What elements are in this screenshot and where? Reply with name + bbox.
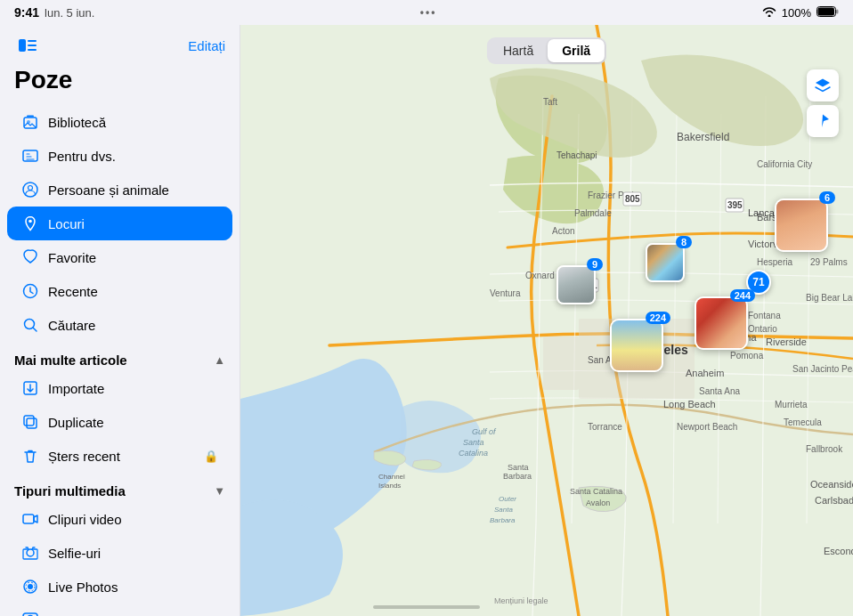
battery-display: 100%	[782, 6, 811, 20]
svg-text:Torrance: Torrance	[588, 422, 622, 432]
trash-icon	[21, 447, 39, 465]
svg-text:Santa: Santa	[463, 438, 484, 447]
cluster-dog[interactable]: 9	[556, 265, 596, 304]
cluster-photo-dog	[556, 265, 596, 304]
cluster-badge-4: 224	[646, 312, 670, 324]
svg-text:Pomona: Pomona	[730, 351, 764, 361]
time-display: 9:41	[14, 5, 39, 20]
svg-rect-6	[28, 49, 37, 51]
video-icon	[21, 510, 39, 528]
cluster-badge-5: 244	[730, 289, 755, 302]
svg-text:Big Bear Lake: Big Bear Lake	[806, 293, 853, 303]
sidebar-item-recente[interactable]: Recente	[7, 274, 232, 308]
svg-text:Temecula: Temecula	[784, 417, 822, 427]
location-button[interactable]	[807, 105, 839, 137]
svg-text:Tehachapi: Tehachapi	[556, 150, 597, 160]
cluster-badge: 9	[587, 258, 603, 271]
sidebar-item-cautare[interactable]: Căutare	[7, 308, 232, 342]
cluster-landscape[interactable]: 8	[646, 243, 685, 282]
svg-text:Barbara: Barbara	[490, 516, 516, 524]
svg-text:Santa: Santa	[494, 506, 513, 514]
svg-point-12	[28, 186, 33, 190]
sidebar-item-importate[interactable]: Importate	[7, 371, 232, 405]
media-section-header[interactable]: Tipuri multimedia ▼	[0, 473, 240, 502]
svg-text:Escondido: Escondido	[824, 546, 853, 556]
svg-point-13	[28, 220, 32, 223]
svg-text:Santa Catalina: Santa Catalina	[570, 487, 622, 496]
svg-text:Bakersfield: Bakersfield	[677, 131, 729, 143]
svg-text:Outer: Outer	[499, 495, 516, 503]
map-layers-button[interactable]	[807, 69, 839, 101]
edit-button[interactable]: Editați	[188, 38, 225, 53]
selfie-icon	[21, 544, 39, 562]
map-svg: Bakersfield California City Taft Tehacha…	[240, 25, 853, 616]
sidebar: Editați Poze Bibliotecă	[0, 25, 240, 616]
harta-button[interactable]: Hartă	[489, 39, 548, 62]
svg-text:Ontario: Ontario	[748, 324, 777, 334]
sidebar-item-label: Șters recent	[48, 449, 120, 464]
sidebar-item-label: Favorite	[48, 250, 96, 265]
svg-text:29 Palms: 29 Palms	[810, 257, 848, 267]
svg-text:Hesperia: Hesperia	[757, 257, 792, 267]
svg-text:Newport Beach: Newport Beach	[677, 422, 737, 432]
sidebar-item-label: Bibliotecă	[48, 115, 106, 130]
clock-icon	[21, 282, 39, 300]
svg-text:Channel: Channel	[378, 473, 405, 481]
cluster-portrait[interactable]: 6	[775, 199, 828, 252]
sidebar-item-pentru-dvs[interactable]: Pentru dvs.	[7, 139, 232, 173]
svg-text:395: 395	[727, 200, 743, 210]
svg-text:Santa Ana: Santa Ana	[699, 386, 741, 396]
battery-icon	[816, 6, 839, 20]
svg-point-22	[28, 584, 33, 589]
svg-rect-17	[27, 418, 37, 428]
person-circle-icon	[21, 181, 39, 199]
sidebar-title: Poze	[0, 62, 240, 105]
svg-text:Carlsbad: Carlsbad	[815, 495, 853, 506]
location-icon	[21, 215, 39, 232]
duplicate-icon	[21, 413, 39, 431]
lock-icon: 🔒	[204, 450, 218, 463]
sidebar-item-selfie[interactable]: Selfie-uri	[7, 536, 232, 570]
sparkle-icon	[21, 147, 39, 165]
svg-text:Catalina: Catalina	[459, 449, 488, 458]
cluster-photo-group	[695, 296, 748, 350]
cluster-beach[interactable]: 224	[610, 319, 663, 372]
svg-rect-3	[19, 39, 26, 52]
svg-text:Acton: Acton	[552, 226, 575, 236]
svg-text:California City: California City	[757, 159, 812, 169]
sidebar-nav: Bibliotecă Pentru dvs.	[0, 105, 240, 342]
svg-text:Santa: Santa	[508, 463, 529, 472]
sidebar-item-favorite[interactable]: Favorite	[7, 240, 232, 274]
cluster-photo-portrait	[775, 199, 828, 252]
map-area[interactable]: Bakersfield California City Taft Tehacha…	[240, 25, 853, 616]
cluster-group[interactable]: 244	[695, 296, 748, 350]
sidebar-collapse-button[interactable]	[14, 32, 41, 59]
wifi-icon	[762, 5, 776, 20]
cluster-photo-beach	[610, 319, 663, 372]
svg-text:Oxnard: Oxnard	[525, 271, 555, 280]
sidebar-item-persoane[interactable]: Persoane și animale	[7, 173, 232, 207]
cluster-badge-3: 6	[819, 191, 835, 204]
sidebar-item-biblioteca[interactable]: Bibliotecă	[7, 105, 232, 139]
sidebar-item-label: Live Photos	[48, 580, 118, 595]
sidebar-item-locuri[interactable]: Locuri	[7, 207, 232, 240]
sidebar-item-sterse[interactable]: Șters recent 🔒	[7, 439, 232, 473]
home-bar	[373, 605, 480, 609]
sidebar-item-label: Căutare	[48, 318, 95, 333]
status-center: •••	[420, 6, 437, 19]
svg-text:Avalon: Avalon	[586, 498, 610, 507]
sidebar-item-label: Persoane și animale	[48, 182, 169, 198]
sidebar-item-duplicate[interactable]: Duplicate	[7, 405, 232, 439]
svg-text:San Jacinto Peak: San Jacinto Peak	[792, 364, 853, 374]
sidebar-item-label: Duplicate	[48, 415, 104, 430]
more-section-label: Mai multe articole	[14, 353, 127, 368]
map-background: Bakersfield California City Taft Tehacha…	[240, 25, 853, 616]
cluster-badge-2: 8	[676, 236, 692, 248]
live-photo-icon	[21, 578, 39, 596]
svg-text:Oceanside: Oceanside	[810, 479, 853, 490]
sidebar-item-label: Clipuri video	[48, 512, 122, 527]
svg-text:Fallbrook: Fallbrook	[806, 444, 843, 454]
sidebar-item-clipuri[interactable]: Clipuri video	[7, 502, 232, 536]
grila-button[interactable]: Grilă	[548, 39, 605, 62]
more-section-header[interactable]: Mai multe articole ▲	[0, 342, 240, 371]
